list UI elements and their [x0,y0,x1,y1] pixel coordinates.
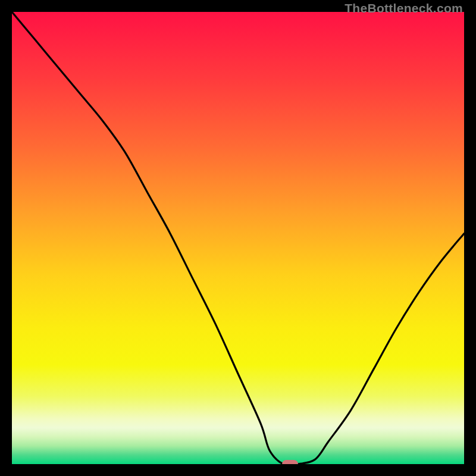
chart-frame: TheBottleneck.com [0,0,476,476]
watermark-text: TheBottleneck.com [345,1,463,15]
plot-area [12,12,464,464]
bottleneck-curve [12,12,464,464]
optimal-marker [282,460,298,464]
